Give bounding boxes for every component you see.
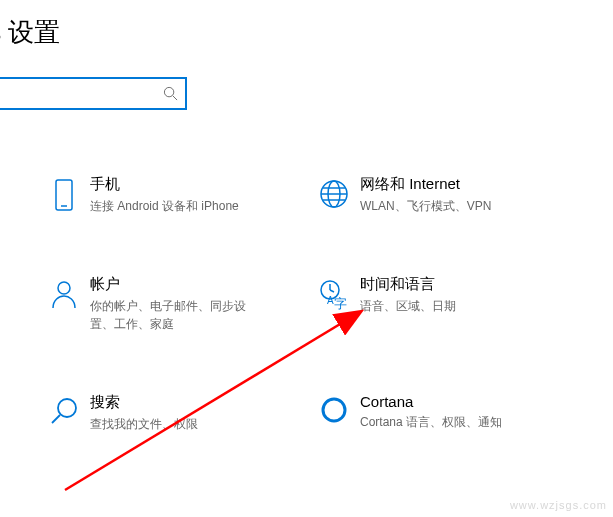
time-language-icon: 字 A [308,275,360,310]
search-icon[interactable] [155,86,185,101]
tile-desc: Cortana 语言、权限、通知 [360,413,530,431]
tile-title: 帐户 [90,275,308,294]
svg-point-0 [164,87,173,96]
tile-text: 网络和 Internet WLAN、飞行模式、VPN [360,175,578,215]
settings-grid: 手机 连接 Android 设备和 iPhone 网络和 Internet WL… [38,175,613,433]
tile-text: 帐户 你的帐户、电子邮件、同步设置、工作、家庭 [90,275,308,333]
page-title: ows 设置 [0,15,613,50]
tile-text: 搜索 查找我的文件、权限 [90,393,308,433]
tile-text: Cortana Cortana 语言、权限、通知 [360,393,578,431]
tile-desc: 查找我的文件、权限 [90,415,260,433]
tile-cortana[interactable]: Cortana Cortana 语言、权限、通知 [308,393,578,433]
tile-time-language[interactable]: 字 A 时间和语言 语音、区域、日期 [308,275,578,333]
globe-icon [308,175,360,210]
tile-network[interactable]: 网络和 Internet WLAN、飞行模式、VPN [308,175,578,215]
cortana-icon [308,393,360,424]
svg-point-9 [58,282,70,294]
svg-point-15 [58,399,76,417]
tile-desc: WLAN、飞行模式、VPN [360,197,530,215]
tile-title: 手机 [90,175,308,194]
tile-title: Cortana [360,393,578,410]
svg-line-12 [330,290,334,292]
search-container [0,77,613,110]
phone-icon [38,175,90,214]
tile-desc: 你的帐户、电子邮件、同步设置、工作、家庭 [90,297,260,333]
svg-line-1 [172,96,176,100]
search-input[interactable] [0,86,155,102]
tile-text: 手机 连接 Android 设备和 iPhone [90,175,308,215]
svg-text:字: 字 [334,296,347,310]
tile-search[interactable]: 搜索 查找我的文件、权限 [38,393,308,433]
magnifier-icon [38,393,90,426]
svg-line-16 [52,415,60,423]
page-header: ows 设置 [0,0,613,50]
tile-accounts[interactable]: 帐户 你的帐户、电子邮件、同步设置、工作、家庭 [38,275,308,333]
svg-point-17 [323,399,345,421]
person-icon [38,275,90,310]
watermark: www.wzjsgs.com [510,499,607,511]
search-box[interactable] [0,77,187,110]
svg-text:A: A [327,295,334,306]
tile-phone[interactable]: 手机 连接 Android 设备和 iPhone [38,175,308,215]
tile-text: 时间和语言 语音、区域、日期 [360,275,578,315]
tile-title: 时间和语言 [360,275,578,294]
tile-desc: 连接 Android 设备和 iPhone [90,197,260,215]
tile-title: 搜索 [90,393,308,412]
tile-title: 网络和 Internet [360,175,578,194]
tile-desc: 语音、区域、日期 [360,297,530,315]
